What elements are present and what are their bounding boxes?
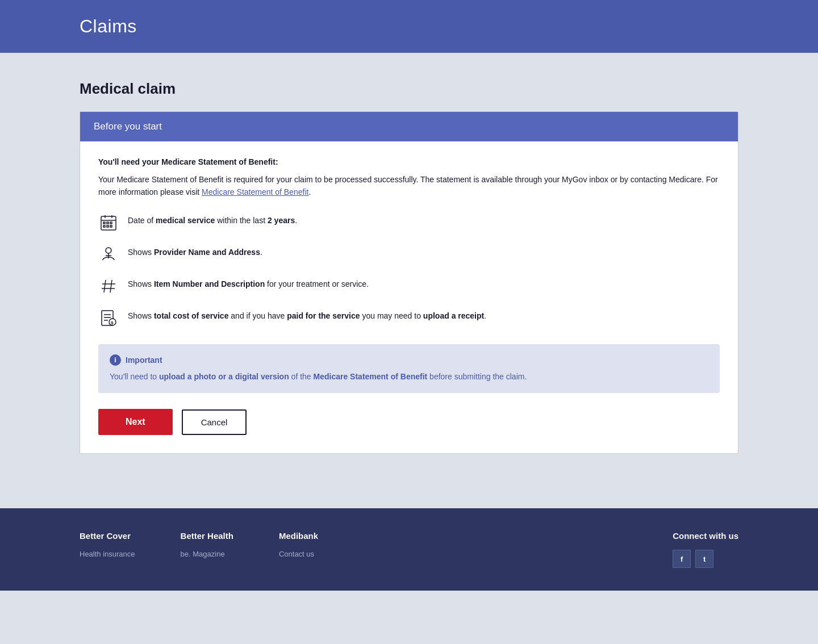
- requirement-date: Date of medical service within the last …: [98, 212, 720, 233]
- hash-icon: [98, 276, 119, 296]
- svg-rect-7: [103, 225, 105, 227]
- footer-medibank: Medibank Contact us: [279, 531, 318, 568]
- footer-connect: Connect with us f t: [673, 531, 738, 568]
- social-icons: f t: [673, 550, 738, 568]
- footer-connect-title: Connect with us: [673, 531, 738, 541]
- important-header: i Important: [110, 354, 708, 366]
- svg-point-10: [106, 248, 111, 253]
- section-title: Medical claim: [80, 80, 738, 98]
- cancel-button[interactable]: Cancel: [182, 409, 247, 435]
- requirements-list: Date of medical service within the last …: [98, 212, 720, 328]
- svg-rect-6: [110, 222, 112, 224]
- calendar-icon: [98, 212, 119, 233]
- facebook-icon[interactable]: f: [673, 550, 691, 568]
- button-row: Next Cancel: [98, 409, 720, 435]
- page-title: Claims: [80, 16, 738, 37]
- svg-rect-8: [107, 225, 108, 227]
- svg-text:$: $: [111, 320, 114, 325]
- footer-medibank-title: Medibank: [279, 531, 318, 541]
- statement-title: You'll need your Medicare Statement of B…: [98, 157, 720, 166]
- statement-description: Your Medicare Statement of Benefit is re…: [98, 173, 720, 199]
- provider-svg: [100, 246, 117, 263]
- svg-rect-4: [103, 222, 105, 224]
- requirement-cost: $ Shows total cost of service and if you…: [98, 308, 720, 328]
- page-header: Claims: [0, 0, 818, 53]
- calendar-svg: [100, 214, 117, 231]
- footer-medibank-link[interactable]: Contact us: [279, 550, 318, 558]
- twitter-icon[interactable]: t: [695, 550, 713, 568]
- footer-better-cover: Better Cover Health insurance: [80, 531, 135, 568]
- person-icon: [98, 244, 119, 265]
- receipt-icon: $: [98, 308, 119, 328]
- important-box: i Important You'll need to upload a phot…: [98, 344, 720, 393]
- footer-better-health: Better Health be. Magazine: [181, 531, 233, 568]
- important-label: Important: [126, 356, 162, 365]
- main-content: Medical claim Before you start You'll ne…: [0, 53, 818, 481]
- svg-rect-5: [107, 222, 108, 224]
- requirement-provider: Shows Provider Name and Address.: [98, 244, 720, 265]
- footer-better-cover-link[interactable]: Health insurance: [80, 550, 135, 558]
- requirement-item-number: Shows Item Number and Description for yo…: [98, 276, 720, 296]
- footer-better-health-link[interactable]: be. Magazine: [181, 550, 233, 558]
- svg-line-13: [104, 280, 106, 292]
- hash-svg: [100, 278, 117, 295]
- card-header: Before you start: [80, 112, 738, 141]
- footer-columns: Better Cover Health insurance Better Hea…: [80, 531, 738, 568]
- receipt-svg: $: [100, 310, 117, 327]
- info-icon: i: [110, 354, 121, 366]
- medical-claim-card: Before you start You'll need your Medica…: [80, 111, 738, 454]
- card-body: You'll need your Medicare Statement of B…: [80, 141, 738, 453]
- next-button[interactable]: Next: [98, 409, 173, 435]
- medicare-statement-link[interactable]: Medicare Statement of Benefit: [202, 187, 308, 196]
- important-text: You'll need to upload a photo or a digit…: [110, 370, 708, 383]
- footer-better-health-title: Better Health: [181, 531, 233, 541]
- card-header-title: Before you start: [94, 121, 162, 132]
- svg-line-14: [110, 280, 112, 292]
- footer-better-cover-title: Better Cover: [80, 531, 135, 541]
- footer: Better Cover Health insurance Better Hea…: [0, 508, 818, 591]
- svg-rect-9: [110, 225, 112, 227]
